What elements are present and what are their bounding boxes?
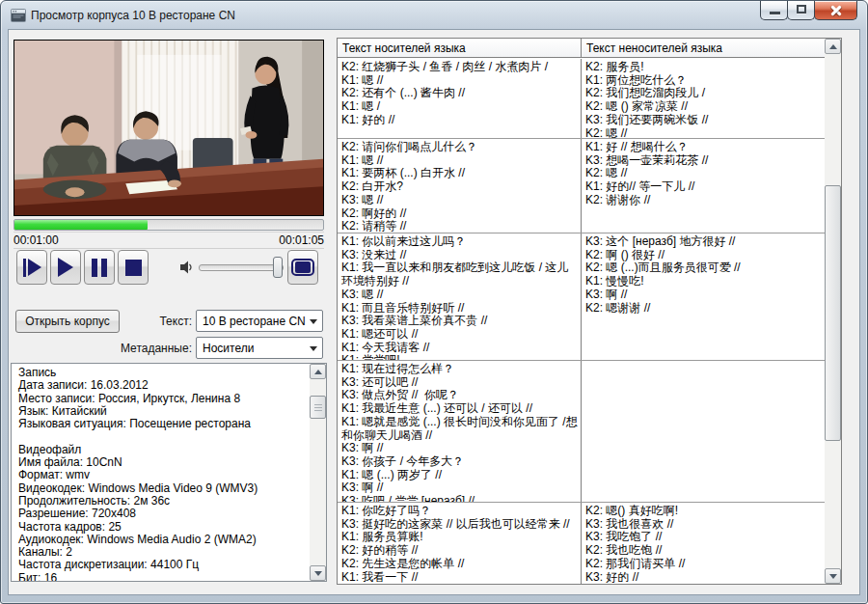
close-button[interactable] — [814, 1, 857, 20]
native-speech-cell: K2: 请问你们喝点儿什么？ K1: 嗯 // K1: 要两杯 (...) 白开… — [338, 139, 581, 233]
progress-bar[interactable] — [14, 219, 324, 231]
time-row: 00:01:00 00:01:05 — [14, 232, 324, 249]
text-combobox-value: 10 В ресторане CN — [203, 315, 306, 328]
app-icon — [11, 9, 26, 22]
progress-fill — [14, 220, 148, 230]
title-bar[interactable]: Просмотр корпуса 10 В ресторане CN — [1, 1, 867, 30]
metadata-combobox-value: Носители — [203, 342, 254, 355]
table-row[interactable]: K2: 请问你们喝点儿什么？ K1: 嗯 // K1: 要两杯 (...) 白开… — [338, 138, 825, 233]
metadata-text: Запись Дата записи: 16.03.2012 Место зап… — [12, 364, 310, 581]
native-speech-cell: K1: 你以前来过这儿吗？ K3: 没来过 // K1: 我一直以来和朋友都吃到… — [338, 233, 581, 360]
metadata-label: Метаданные: — [47, 342, 192, 355]
column-header-nonnative[interactable]: Текст неносителей языка — [581, 39, 825, 57]
close-icon — [815, 1, 856, 19]
triangle-down-icon — [314, 571, 322, 576]
transcript-body: K2: 红烧狮子头 / 鱼香 / 肉丝 / 水煮肉片 / K1: 嗯 // K2… — [338, 59, 825, 584]
play-slow-button[interactable] — [16, 250, 47, 285]
nonnative-speech-cell: K2: 服务员! K1: 两位想吃什么？ K2: 我们想吃溜肉段儿 / K2: … — [581, 59, 825, 138]
stop-icon — [125, 260, 142, 276]
bar-play-icon — [23, 259, 26, 277]
native-speech-cell: K1: 你吃好了吗？ K3: 挺好吃的这家菜 // 以后我也可以经常来 // K… — [338, 503, 581, 584]
scroll-up-button[interactable] — [825, 39, 841, 54]
scrollbar-thumb[interactable] — [310, 396, 326, 419]
text-combobox[interactable]: 10 В ресторане CN — [196, 310, 323, 332]
maximize-button[interactable] — [787, 1, 815, 20]
chevron-down-icon — [310, 346, 317, 351]
text-label: Текст: — [47, 315, 192, 328]
pause-icon — [92, 259, 97, 277]
app-window: Просмотр корпуса 10 В ресторане CN — [0, 0, 868, 604]
table-header: Текст носителей языка Текст неносителей … — [338, 39, 825, 58]
play-button[interactable] — [50, 250, 81, 285]
metadata-scrollbar[interactable] — [310, 364, 326, 581]
minimize-button[interactable] — [760, 1, 788, 20]
maximize-icon — [797, 5, 806, 14]
table-row[interactable]: K1: 你以前来过这儿吗？ K3: 没来过 // K1: 我一直以来和朋友都吃到… — [338, 233, 825, 360]
table-row[interactable]: K2: 红烧狮子头 / 鱼香 / 肉丝 / 水煮肉片 / K1: 嗯 // K2… — [338, 59, 825, 138]
fullscreen-icon — [291, 259, 314, 276]
minimize-icon — [770, 12, 780, 14]
video-frame — [14, 40, 324, 216]
native-speech-cell: K1: 现在过得怎么样？ K3: 还可以吧 // K3: 做点外贸 // 你呢？… — [338, 361, 581, 502]
fullscreen-button[interactable] — [287, 250, 318, 285]
table-row[interactable]: K1: 现在过得怎么样？ K3: 还可以吧 // K3: 做点外贸 // 你呢？… — [338, 360, 825, 502]
play-icon — [58, 258, 73, 277]
speaker-icon — [179, 260, 195, 275]
time-start: 00:01:00 — [14, 233, 59, 247]
table-row[interactable]: K1: 你吃好了吗？ K3: 挺好吃的这家菜 // 以后我也可以经常来 // K… — [338, 502, 825, 584]
pause-button[interactable] — [84, 250, 115, 285]
time-end: 00:01:05 — [279, 233, 324, 247]
window-title: Просмотр корпуса 10 В ресторане CN — [31, 9, 235, 22]
scroll-down-button[interactable] — [825, 568, 841, 584]
table-scrollbar[interactable] — [825, 39, 841, 584]
metadata-box[interactable]: Запись Дата записи: 16.03.2012 Место зап… — [11, 363, 327, 582]
metadata-combobox[interactable]: Носители — [196, 337, 323, 359]
scroll-down-button[interactable] — [310, 565, 326, 581]
nonnative-speech-cell: K3: 这个 [неразб] 地方很好 // K2: 啊 () 很好 // K… — [581, 233, 825, 360]
nonnative-speech-cell: K1: 好 // 想喝什么？ K3: 想喝一壶茉莉花茶 // K2: 嗯 // … — [581, 139, 825, 233]
column-header-native[interactable]: Текст носителей языка — [338, 39, 581, 57]
native-speech-cell: K2: 红烧狮子头 / 鱼香 / 肉丝 / 水煮肉片 / K1: 嗯 // K2… — [338, 59, 581, 138]
scrollbar-thumb[interactable] — [825, 185, 841, 441]
triangle-up-icon — [314, 370, 322, 374]
client-area: 00:01:00 00:01:05 — [8, 29, 860, 595]
chevron-down-icon — [310, 319, 317, 324]
triangle-down-icon — [829, 574, 837, 579]
nonnative-speech-cell: K2: 嗯() 真好吃啊! K3: 我也很喜欢 // K3: 我吃饱了 // K… — [581, 503, 825, 584]
stop-button[interactable] — [118, 250, 149, 285]
volume-slider-thumb[interactable] — [273, 257, 283, 278]
scroll-up-button[interactable] — [310, 364, 326, 379]
triangle-up-icon — [829, 44, 837, 49]
nonnative-speech-cell — [581, 361, 825, 502]
volume-slider-track[interactable] — [199, 264, 284, 271]
transcript-table: Текст носителей языка Текст неносителей … — [337, 38, 842, 585]
